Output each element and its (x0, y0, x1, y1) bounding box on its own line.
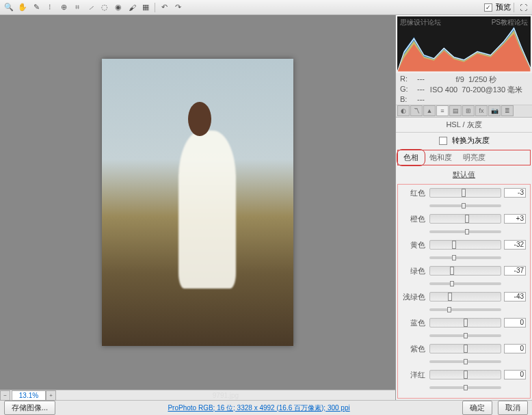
tab-saturation[interactable]: 饱和度 (424, 150, 457, 165)
cancel-button[interactable]: 取消 (498, 401, 528, 415)
separator (155, 3, 155, 12)
slider-handle[interactable] (465, 229, 469, 235)
slider-label: 浅绿色 (402, 292, 429, 302)
filename-label: 9791.jpg (56, 392, 395, 399)
slider-rail[interactable] (429, 204, 501, 207)
slider-handle[interactable] (452, 255, 456, 260)
slider-handle[interactable] (464, 385, 468, 390)
image-canvas[interactable] (0, 15, 395, 390)
slider-track[interactable] (429, 266, 501, 276)
slider-rail[interactable] (429, 334, 501, 337)
panel-tab-strip: ◐ 〽 ▲ ≡ ▤ ⊞ fx 📷 ≣ (396, 105, 532, 118)
slider-thumb[interactable] (464, 345, 468, 353)
slider-label: 绿色 (402, 266, 429, 276)
spot-icon[interactable]: ◌ (98, 1, 111, 14)
tab-fx-icon[interactable]: fx (475, 105, 488, 116)
slider-thumb[interactable] (448, 293, 452, 301)
slider-thumb[interactable] (452, 241, 456, 249)
tab-basic-icon[interactable]: ◐ (397, 105, 410, 116)
slider-handle[interactable] (464, 359, 468, 364)
eyedropper-icon[interactable]: ✎ (30, 1, 42, 14)
slider-label: 黄色 (402, 240, 429, 250)
slider-rail[interactable] (429, 230, 501, 233)
grayscale-checkbox[interactable] (439, 137, 447, 145)
tab-detail-icon[interactable]: ▲ (423, 105, 436, 116)
slider-track[interactable] (429, 318, 501, 327)
photo-preview (102, 59, 293, 346)
slider-track[interactable] (429, 344, 501, 353)
slider-value[interactable]: +3 (504, 214, 526, 224)
panel-title: HSL / 灰度 (396, 118, 532, 133)
slider-track[interactable] (429, 188, 501, 198)
g-label: G: (400, 85, 417, 95)
slider-handle[interactable] (447, 307, 451, 312)
tab-lens-icon[interactable]: ⊞ (462, 105, 475, 116)
tab-camera-icon[interactable]: 📷 (488, 105, 501, 116)
slider-thumb[interactable] (464, 319, 468, 327)
grayscale-label: 转换为灰度 (452, 135, 490, 146)
footer-bar: 存储图像... ProPhoto RGB; 16 位; 3328 x 4992 … (0, 400, 532, 415)
slider-thumb[interactable] (462, 189, 466, 197)
preview-checkbox[interactable]: ✓ (484, 3, 492, 12)
slider-group: 红色 -3橙色 +3黄色 -32绿色 -37浅绿色 -43蓝色 0紫色 0洋红 … (397, 184, 531, 399)
straighten-icon[interactable]: ⟋ (85, 1, 97, 14)
crop-icon[interactable]: ⌗ (71, 1, 83, 14)
zoom-out-icon[interactable]: − (0, 390, 10, 401)
slider-thumb[interactable] (465, 215, 469, 223)
tab-hsl-icon[interactable]: ≡ (436, 105, 449, 116)
preview-label: 预览 (496, 2, 511, 12)
slider-label: 洋红 (402, 370, 429, 380)
done-button[interactable]: 确定 (462, 401, 492, 415)
slider-handle[interactable] (462, 203, 466, 209)
zoom-input[interactable]: 13.1% (12, 390, 46, 401)
slider-thumb[interactable] (464, 371, 468, 379)
brush-icon[interactable]: 🖌 (126, 1, 138, 14)
slider-track[interactable] (429, 292, 501, 302)
tab-split-icon[interactable]: ▤ (449, 105, 462, 116)
slider-track[interactable] (429, 214, 501, 224)
r-label: R: (400, 75, 417, 85)
slider-value[interactable]: 0 (504, 344, 526, 353)
save-button[interactable]: 存储图像... (4, 401, 55, 415)
zoom-icon[interactable]: 🔍 (3, 1, 15, 14)
redeye-icon[interactable]: ◉ (112, 1, 124, 14)
slider-track[interactable] (429, 370, 501, 379)
gradient-icon[interactable]: ▦ (139, 1, 152, 14)
slider-rail[interactable] (429, 282, 501, 285)
rotate-ccw-icon[interactable]: ↶ (158, 1, 170, 14)
slider-track[interactable] (429, 240, 501, 250)
exif-info: R:---f/9 1/250 秒 G:---ISO 400 70-200@130… (396, 73, 532, 105)
rotate-cw-icon[interactable]: ↷ (172, 1, 184, 14)
tab-curve-icon[interactable]: 〽 (410, 105, 423, 116)
watermark: PS教程论坛 (492, 18, 528, 27)
slider-label: 橙色 (402, 214, 429, 224)
slider-rail[interactable] (429, 360, 501, 363)
tab-hue[interactable]: 色相 (398, 150, 424, 165)
slider-value[interactable]: -43 (504, 292, 526, 302)
sampler-icon[interactable]: ⁝ (44, 1, 56, 14)
slider-value[interactable]: -37 (504, 266, 526, 276)
slider-handle[interactable] (450, 281, 454, 286)
target-icon[interactable]: ⊕ (57, 1, 70, 14)
hand-icon[interactable]: ✋ (16, 1, 29, 14)
tab-preset-icon[interactable]: ≣ (501, 105, 514, 116)
hsl-subtabs: 色相 饱和度 明亮度 (397, 150, 531, 165)
image-info[interactable]: ProPhoto RGB; 16 位; 3328 x 4992 (16.6 百万… (61, 403, 457, 413)
zoom-in-icon[interactable]: + (46, 390, 56, 401)
slider-value[interactable]: 0 (504, 370, 526, 379)
slider-thumb[interactable] (450, 267, 454, 275)
canvas-area: − 13.1% + 9791.jpg (0, 15, 395, 400)
slider-rail[interactable] (429, 308, 501, 311)
slider-label: 蓝色 (402, 318, 429, 328)
slider-value[interactable]: 0 (504, 318, 526, 327)
slider-handle[interactable] (464, 333, 468, 338)
fullscreen-icon[interactable]: ⛶ (517, 1, 529, 14)
tab-luminance[interactable]: 明亮度 (457, 150, 491, 165)
slider-rail[interactable] (429, 386, 501, 389)
separator (514, 3, 514, 12)
slider-value[interactable]: -3 (504, 188, 526, 198)
slider-label: 紫色 (402, 344, 429, 354)
slider-rail[interactable] (429, 256, 501, 259)
slider-value[interactable]: -32 (504, 240, 526, 250)
default-link[interactable]: 默认值 (396, 167, 532, 183)
